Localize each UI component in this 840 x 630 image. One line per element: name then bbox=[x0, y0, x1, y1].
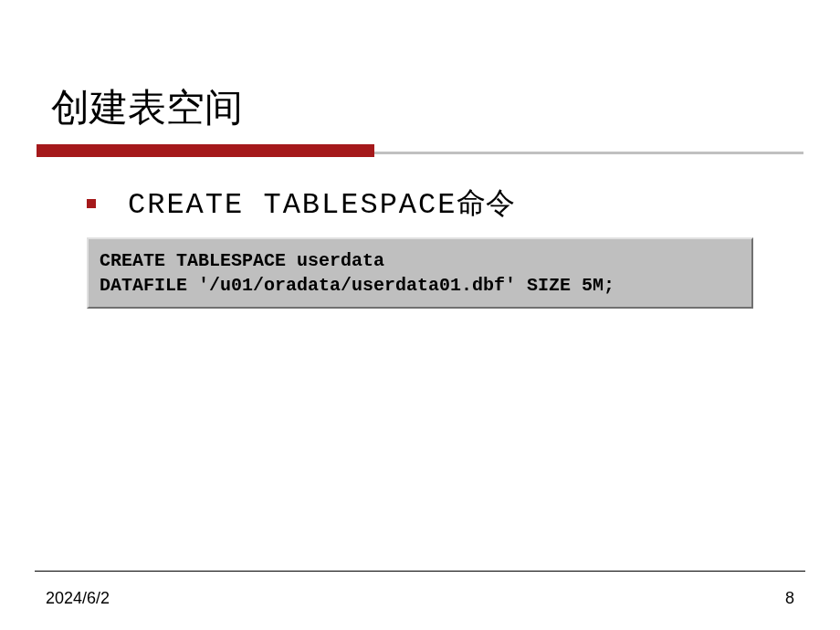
bullet-item: CREATE TABLESPACE命令 bbox=[87, 184, 840, 224]
code-block: CREATE TABLESPACE userdata DATAFILE '/u0… bbox=[87, 237, 753, 309]
footer-date: 2024/6/2 bbox=[46, 589, 110, 608]
slide-title: 创建表空间 bbox=[0, 0, 840, 133]
slide-content: CREATE TABLESPACE命令 CREATE TABLESPACE us… bbox=[0, 184, 840, 309]
slide-footer: 2024/6/2 8 bbox=[0, 589, 840, 608]
bullet-suffix: 命令 bbox=[457, 186, 515, 219]
bullet-icon bbox=[87, 199, 96, 208]
slide: 创建表空间 CREATE TABLESPACE命令 CREATE TABLESP… bbox=[0, 0, 840, 630]
title-underline-gray bbox=[374, 152, 803, 154]
bullet-text-wrapper: CREATE TABLESPACE命令 bbox=[128, 184, 515, 224]
footer-page: 8 bbox=[785, 589, 794, 608]
footer-divider bbox=[35, 571, 805, 572]
bullet-command: CREATE TABLESPACE bbox=[128, 188, 457, 222]
title-underline-red bbox=[37, 144, 374, 157]
